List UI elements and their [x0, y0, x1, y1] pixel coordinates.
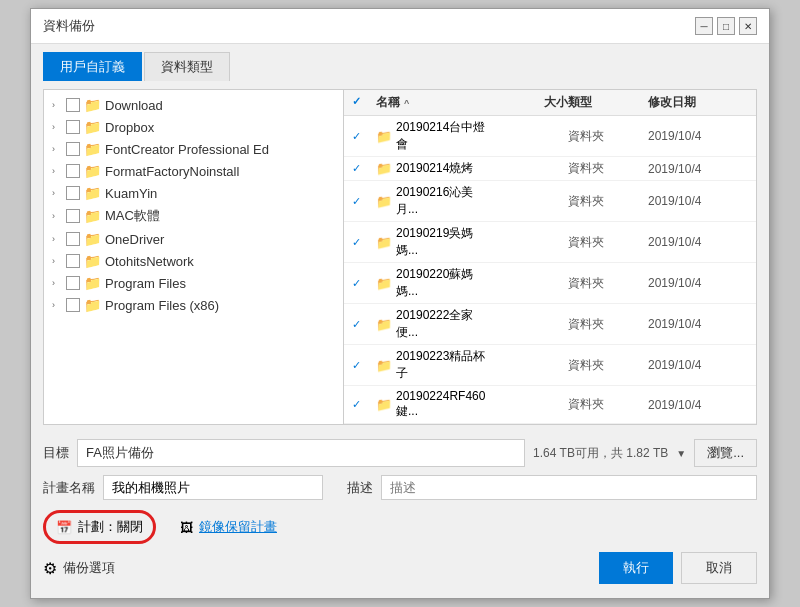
folder-icon: 📁	[84, 119, 101, 135]
tree-item-label: Program Files	[105, 276, 186, 291]
close-button[interactable]: ✕	[739, 17, 757, 35]
list-item[interactable]: ✓ 📁20190224RF460鍵... 資料夾 2019/10/4	[344, 386, 756, 424]
dialog-content: › 📁 Download › 📁 Dropbox › 📁 FontCreator…	[31, 81, 769, 598]
list-item[interactable]: ✓ 📁20190214台中燈會 資料夾 2019/10/4	[344, 116, 756, 157]
tree-item[interactable]: › 📁 Dropbox	[44, 116, 343, 138]
tree-checkbox[interactable]	[66, 232, 80, 246]
tree-checkbox[interactable]	[66, 186, 80, 200]
mirror-plan-item[interactable]: 🖼 鏡像保留計畫	[180, 518, 277, 536]
folder-tree: › 📁 Download › 📁 Dropbox › 📁 FontCreator…	[44, 90, 344, 424]
list-item[interactable]: ✓ 📁20190216沁美月... 資料夾 2019/10/4	[344, 181, 756, 222]
tree-item-label: FormatFactoryNoinstall	[105, 164, 239, 179]
dialog-title: 資料備份	[43, 17, 95, 35]
tree-item-label: FontCreator Professional Ed	[105, 142, 269, 157]
target-path-display: FA照片備份	[77, 439, 525, 467]
tree-checkbox[interactable]	[66, 164, 80, 178]
calendar-icon: 📅	[56, 520, 72, 535]
list-item[interactable]: ✓ 📁20190223精品杯子 資料夾 2019/10/4	[344, 345, 756, 386]
list-item[interactable]: ✓ 📁20190222全家便... 資料夾 2019/10/4	[344, 304, 756, 345]
tab-bar: 用戶自訂義 資料類型	[31, 44, 769, 81]
schedule-plan-label: 計劃：關閉	[78, 518, 143, 536]
cancel-button[interactable]: 取消	[681, 552, 757, 584]
header-type[interactable]: 類型	[568, 94, 648, 111]
tree-item[interactable]: › 📁 MAC軟體	[44, 204, 343, 228]
tab-custom[interactable]: 用戶自訂義	[43, 52, 142, 81]
tree-item[interactable]: › 📁 OneDriver	[44, 228, 343, 250]
header-name[interactable]: 名稱 ^	[376, 94, 488, 111]
tree-checkbox[interactable]	[66, 298, 80, 312]
tree-item-label: Dropbox	[105, 120, 154, 135]
tree-item[interactable]: › 📁 FormatFactoryNoinstall	[44, 160, 343, 182]
tree-item-label: Program Files (x86)	[105, 298, 219, 313]
tree-checkbox[interactable]	[66, 98, 80, 112]
list-item[interactable]: ✓ 📁20190219吳媽媽... 資料夾 2019/10/4	[344, 222, 756, 263]
title-bar: 資料備份 ─ □ ✕	[31, 9, 769, 44]
tree-item-label: OtohitsNetwork	[105, 254, 194, 269]
folder-icon: 📁	[84, 275, 101, 291]
list-header: ✓ 名稱 ^ 大小 類型 修改日期	[344, 90, 756, 116]
tree-item[interactable]: › 📁 FontCreator Professional Ed	[44, 138, 343, 160]
list-item[interactable]: ✓ 📁20190220蘇媽媽... 資料夾 2019/10/4	[344, 263, 756, 304]
schedule-row: 📅 計劃：關閉 🖼 鏡像保留計畫	[43, 510, 757, 544]
header-size[interactable]: 大小	[488, 94, 568, 111]
browse-button[interactable]: 瀏覽...	[694, 439, 757, 467]
folder-icon: 📁	[84, 253, 101, 269]
options-label: 備份選項	[63, 559, 115, 577]
tree-item-label: KuamYin	[105, 186, 157, 201]
window-controls: ─ □ ✕	[695, 17, 757, 35]
tree-item[interactable]: › 📁 Program Files (x86)	[44, 294, 343, 316]
tree-checkbox[interactable]	[66, 120, 80, 134]
minimize-button[interactable]: ─	[695, 17, 713, 35]
dropdown-arrow-icon: ▼	[676, 448, 686, 459]
tree-item-label: OneDriver	[105, 232, 164, 247]
folder-icon: 📁	[84, 141, 101, 157]
desc-label: 描述	[347, 479, 373, 497]
backup-dialog: 資料備份 ─ □ ✕ 用戶自訂義 資料類型 › 📁 Download ›	[30, 8, 770, 599]
folder-icon: 📁	[84, 208, 101, 224]
mirror-icon: 🖼	[180, 520, 193, 535]
desc-input[interactable]	[381, 475, 757, 500]
folder-icon: 📁	[84, 185, 101, 201]
list-item[interactable]: ✓ 📁20190214燒烤 資料夾 2019/10/4	[344, 157, 756, 181]
execute-button[interactable]: 執行	[599, 552, 673, 584]
tree-item[interactable]: › 📁 OtohitsNetwork	[44, 250, 343, 272]
footer-row: ⚙ 備份選項 執行 取消	[43, 552, 757, 584]
folder-icon: 📁	[84, 163, 101, 179]
folder-icon: 📁	[84, 297, 101, 313]
header-date[interactable]: 修改日期	[648, 94, 748, 111]
task-name-input[interactable]	[103, 475, 323, 500]
folder-icon: 📁	[84, 231, 101, 247]
tree-checkbox[interactable]	[66, 254, 80, 268]
tree-checkbox[interactable]	[66, 209, 80, 223]
tree-item-label: Download	[105, 98, 163, 113]
file-list: ✓ 名稱 ^ 大小 類型 修改日期 ✓ 📁20190214台中燈會 資料夾	[344, 90, 756, 424]
target-label: 目標	[43, 444, 69, 462]
tree-item[interactable]: › 📁 Download	[44, 94, 343, 116]
main-panel: › 📁 Download › 📁 Dropbox › 📁 FontCreator…	[43, 89, 757, 425]
folder-icon: 📁	[84, 97, 101, 113]
options-button[interactable]: ⚙ 備份選項	[43, 559, 115, 578]
target-info: 1.64 TB可用，共 1.82 TB	[533, 445, 668, 462]
target-row: 目標 FA照片備份 1.64 TB可用，共 1.82 TB ▼ 瀏覽...	[43, 439, 757, 467]
tab-datatype[interactable]: 資料類型	[144, 52, 230, 81]
action-buttons: 執行 取消	[599, 552, 757, 584]
tree-checkbox[interactable]	[66, 276, 80, 290]
gear-icon: ⚙	[43, 559, 57, 578]
maximize-button[interactable]: □	[717, 17, 735, 35]
task-name-label: 計畫名稱	[43, 479, 95, 497]
bottom-bar: 目標 FA照片備份 1.64 TB可用，共 1.82 TB ▼ 瀏覽... 計畫…	[43, 433, 757, 590]
tree-item-label: MAC軟體	[105, 207, 160, 225]
tree-checkbox[interactable]	[66, 142, 80, 156]
schedule-plan-item[interactable]: 📅 計劃：關閉	[43, 510, 156, 544]
tree-item[interactable]: › 📁 KuamYin	[44, 182, 343, 204]
tree-item[interactable]: › 📁 Program Files	[44, 272, 343, 294]
mirror-plan-label: 鏡像保留計畫	[199, 518, 277, 536]
name-row: 計畫名稱 描述	[43, 475, 757, 500]
header-check: ✓	[352, 94, 376, 111]
